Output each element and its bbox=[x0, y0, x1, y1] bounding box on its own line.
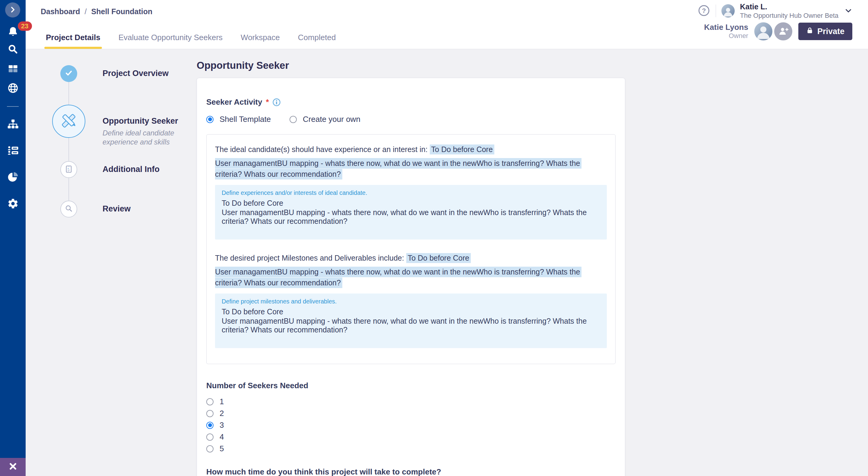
radio-seekers-1[interactable]: 1 bbox=[206, 396, 616, 408]
tab-evaluate-opportunity-seekers[interactable]: Evaluate Opportunity Seekers bbox=[118, 33, 223, 49]
radio-seekers-4[interactable]: 4 bbox=[206, 431, 616, 443]
tab-completed[interactable]: Completed bbox=[298, 33, 337, 49]
tab-project-details[interactable]: Project Details bbox=[45, 33, 101, 49]
top-bar: Dashboard / Shell Foundation Project Det… bbox=[26, 0, 868, 49]
radio-icon bbox=[206, 116, 214, 123]
seekers-needed-group: Number of Seekers Needed 1 2 bbox=[206, 381, 616, 454]
step-label-additional-info[interactable]: Additional Info bbox=[102, 165, 159, 174]
page-title: Opportunity Seeker bbox=[197, 60, 625, 71]
sidebar-close-button[interactable] bbox=[0, 458, 26, 476]
time-estimate-label: How much time do you think this project … bbox=[206, 467, 616, 476]
radio-icon bbox=[206, 398, 214, 406]
sidebar-item-people-list[interactable] bbox=[0, 144, 26, 158]
person-add-icon bbox=[778, 26, 789, 37]
breadcrumb-project[interactable]: Shell Foundation bbox=[91, 7, 153, 16]
sidebar-item-notifications[interactable]: 23 bbox=[0, 25, 26, 39]
help-button[interactable]: ? bbox=[698, 4, 710, 18]
template-preview-box: The ideal candidate(s) should have exper… bbox=[206, 134, 616, 364]
experience-highlighted-block: User managamentBU mapping - whats there … bbox=[215, 158, 607, 179]
seeker-activity-label: Seeker Activity bbox=[206, 97, 262, 107]
milestones-hint: Define project milestones and deliverabl… bbox=[222, 298, 600, 305]
globe-icon bbox=[7, 82, 19, 95]
lock-icon bbox=[806, 27, 813, 36]
required-marker: * bbox=[266, 97, 269, 107]
account-dropdown-button[interactable] bbox=[844, 6, 853, 16]
milestones-intro: The desired project Milestones and Deliv… bbox=[215, 254, 607, 263]
project-owner-role: Owner bbox=[704, 32, 748, 40]
radio-shell-template[interactable]: Shell Template bbox=[206, 115, 271, 124]
magnifier-icon bbox=[64, 204, 73, 214]
step-review-indicator[interactable] bbox=[60, 201, 77, 217]
account-avatar[interactable] bbox=[721, 4, 735, 18]
project-owner-name: Katie Lyons bbox=[704, 23, 748, 32]
milestones-highlighted-block: User managamentBU mapping - whats there … bbox=[215, 266, 607, 288]
template-section-experience: The ideal candidate(s) should have exper… bbox=[215, 145, 607, 239]
step-additional-info-indicator[interactable] bbox=[60, 161, 77, 178]
sidebar-item-global[interactable] bbox=[0, 82, 26, 96]
form-stepper: Project Overview Opportunity Seeker bbox=[26, 50, 194, 476]
app-window: 23 bbox=[0, 0, 868, 476]
sidebar-item-search[interactable] bbox=[0, 43, 26, 57]
tab-workspace[interactable]: Workspace bbox=[240, 33, 280, 49]
radio-seekers-5[interactable]: 5 bbox=[206, 443, 616, 454]
main-area: Dashboard / Shell Foundation Project Det… bbox=[26, 0, 868, 476]
search-icon bbox=[7, 43, 19, 56]
chevron-right-icon bbox=[9, 6, 17, 14]
bell-icon: 23 bbox=[7, 26, 19, 39]
privacy-button[interactable]: Private bbox=[798, 23, 852, 40]
milestones-input-panel[interactable]: Define project milestones and deliverabl… bbox=[215, 294, 607, 348]
step-label-project-overview[interactable]: Project Overview bbox=[102, 69, 168, 78]
radio-seekers-3[interactable]: 3 bbox=[206, 419, 616, 431]
info-icon[interactable] bbox=[272, 98, 281, 107]
close-icon bbox=[9, 462, 17, 472]
opportunity-seeker-card: Seeker Activity * Shell Template bbox=[197, 78, 625, 476]
experience-value-line-2: User managamentBU mapping - whats there … bbox=[222, 208, 600, 226]
chevron-down-icon bbox=[844, 6, 853, 16]
radio-icon bbox=[206, 422, 214, 429]
time-estimate-group: How much time do you think this project … bbox=[206, 467, 616, 476]
experience-input-panel[interactable]: Define experiences and/or interests of i… bbox=[215, 185, 607, 239]
tab-bar: Project Details Evaluate Opportunity See… bbox=[45, 33, 336, 49]
sidebar-item-reports[interactable] bbox=[0, 171, 26, 185]
radio-icon bbox=[289, 116, 297, 123]
step-description-opportunity-seeker: Define ideal candidate experience and sk… bbox=[102, 128, 187, 147]
content-area: Project Overview Opportunity Seeker bbox=[26, 50, 868, 476]
seekers-needed-label: Number of Seekers Needed bbox=[206, 381, 616, 390]
radio-seekers-2[interactable]: 2 bbox=[206, 408, 616, 419]
svg-text:?: ? bbox=[702, 7, 706, 14]
project-owner-avatar[interactable] bbox=[754, 22, 773, 41]
step-label-review[interactable]: Review bbox=[102, 204, 131, 214]
account-menu: ? Katie L. The Opportunity Hub Owner Bet… bbox=[698, 2, 853, 19]
form-section: Opportunity Seeker Seeker Activity * She… bbox=[197, 50, 625, 476]
account-workspace: The Opportunity Hub Owner Beta bbox=[740, 12, 839, 19]
help-icon: ? bbox=[698, 4, 710, 18]
sidebar-item-settings[interactable] bbox=[0, 197, 26, 211]
step-opportunity-seeker-indicator[interactable] bbox=[52, 105, 85, 138]
radio-create-your-own[interactable]: Create your own bbox=[289, 115, 361, 124]
notification-badge: 23 bbox=[18, 22, 32, 31]
project-owner: Katie Lyons Owner bbox=[704, 23, 748, 40]
gear-icon bbox=[7, 198, 19, 211]
experience-hint: Define experiences and/or interests of i… bbox=[222, 189, 600, 197]
sidebar-item-dashboard[interactable] bbox=[0, 62, 26, 76]
header-divider bbox=[716, 4, 716, 17]
project-header-actions: Katie Lyons Owner Private bbox=[704, 22, 852, 41]
milestones-value-line-1: To Do before Core bbox=[222, 307, 600, 316]
breadcrumb-dashboard[interactable]: Dashboard bbox=[41, 7, 80, 16]
people-list-icon bbox=[7, 145, 19, 158]
clipboard-icon bbox=[64, 165, 73, 175]
milestones-value-line-2: User managamentBU mapping - whats there … bbox=[222, 317, 600, 334]
sidebar-item-org-structure[interactable] bbox=[0, 118, 26, 132]
sidebar: 23 bbox=[0, 0, 26, 476]
step-label-opportunity-seeker[interactable]: Opportunity Seeker bbox=[102, 116, 178, 126]
seekers-needed-options: 1 2 3 4 bbox=[206, 396, 616, 454]
radio-icon bbox=[206, 410, 214, 417]
sidebar-expand-button[interactable] bbox=[5, 2, 20, 18]
step-project-overview-indicator[interactable] bbox=[60, 65, 77, 82]
account-text: Katie L. The Opportunity Hub Owner Beta bbox=[740, 2, 839, 19]
radio-icon bbox=[206, 434, 214, 441]
sidebar-divider bbox=[7, 106, 19, 107]
breadcrumb-separator: / bbox=[85, 7, 87, 16]
add-member-button[interactable] bbox=[774, 22, 793, 41]
experience-value-line-1: To Do before Core bbox=[222, 199, 600, 208]
